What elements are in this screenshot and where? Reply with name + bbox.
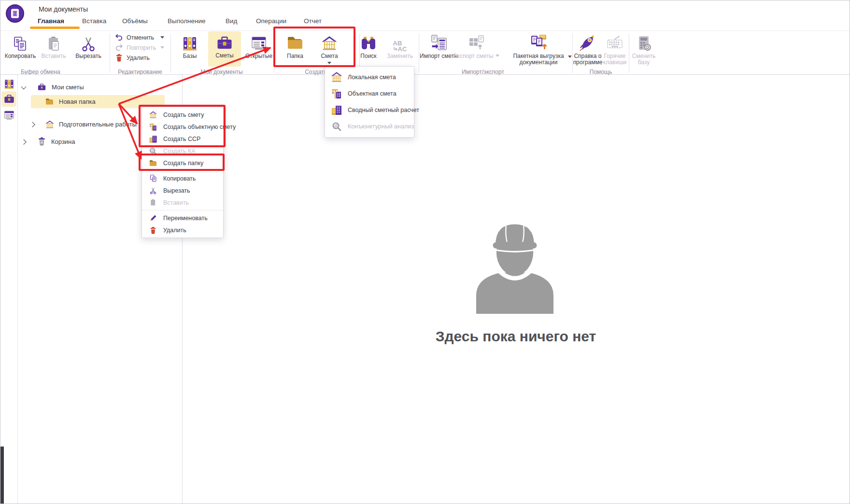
estimates-button[interactable]: Сметы (208, 31, 241, 67)
ribbon-divider (274, 33, 274, 73)
ribbon: Копировать Вставить Вырезать Буфер обмен… (0, 30, 850, 75)
create-estimate-dropdown: Локальная смета Объектная смета Сводный … (325, 66, 414, 138)
replace-button: AB AC Заменить (383, 32, 416, 59)
menu-separator (142, 210, 223, 210)
tab-operations[interactable]: Операции (256, 17, 286, 25)
paste-icon (45, 36, 62, 52)
calculator-refresh-icon (635, 35, 652, 52)
menu-item-create-ssr[interactable]: Создать ССР (142, 133, 223, 145)
ribbon-divider (110, 33, 110, 73)
tree-trash-icon (37, 137, 46, 146)
magnifier-icon (149, 147, 157, 155)
undo-button[interactable]: Отменить (114, 33, 164, 42)
paste-icon (149, 199, 157, 207)
replace-icon: AB AC (393, 41, 407, 52)
worker-silhouette-icon (471, 217, 559, 316)
redo-button: Повторить (114, 43, 164, 52)
tree-item-my-estimates[interactable]: Мои сметы (18, 81, 177, 94)
tree-house-icon (45, 120, 55, 129)
context-menu: Создать смету Создать объектную смету Со… (142, 107, 224, 238)
chevron-down-icon[interactable] (327, 62, 331, 66)
chevron-down-icon[interactable] (160, 36, 164, 41)
change-base-button: Сменить базу (625, 32, 662, 66)
dropdown-item-object-estimate[interactable]: Объектная смета (325, 85, 414, 102)
copy-button[interactable]: Копировать (4, 32, 37, 59)
spreadsheet-logo-icon (10, 8, 20, 19)
briefcase-icon (216, 34, 233, 52)
import-icon (430, 34, 448, 52)
strip-open-docs-button[interactable] (3, 109, 15, 122)
window-corner-strip (0, 447, 4, 504)
copy-icon (149, 174, 157, 182)
dropdown-item-local-estimate[interactable]: Локальная смета (325, 69, 414, 85)
batch-export-icon (529, 33, 548, 52)
tab-insert[interactable]: Вставка (82, 17, 106, 25)
window-title: Мои документы (39, 5, 88, 13)
tab-execution[interactable]: Выполнение (168, 17, 206, 25)
house-icon (149, 111, 157, 119)
app-logo[interactable] (6, 4, 24, 23)
redo-icon (115, 43, 123, 52)
buildings-icon (149, 135, 157, 143)
open-docs-button[interactable]: Открытые (242, 32, 275, 59)
open-docs-icon (3, 110, 15, 121)
open-docs-icon (250, 35, 268, 52)
strip-estimates-button[interactable] (1, 91, 16, 107)
group-label-mydocs: Мои документы (178, 69, 265, 75)
group-label-help: Помощь (557, 69, 644, 75)
buildings-icon (331, 104, 342, 116)
tab-volumes[interactable]: Объёмы (122, 17, 148, 25)
keyboard-icon (606, 34, 624, 52)
tree-folder-icon (45, 97, 54, 106)
rocket-icon (579, 34, 597, 52)
paste-button: Вставить (37, 32, 70, 59)
ribbon-divider (170, 33, 171, 73)
menu-item-delete[interactable]: Удалить (142, 224, 223, 236)
menu-item-create-ka: Создать КА (142, 145, 223, 157)
delete-button[interactable]: Удалить (114, 53, 164, 62)
menu-item-paste: Вставить (142, 196, 223, 209)
briefcase-icon (3, 93, 15, 105)
building-crane-icon (331, 88, 342, 99)
tab-home[interactable]: Главная (38, 17, 64, 25)
bases-books-icon (3, 78, 15, 90)
editing-group: Отменить Повторить Удалить (114, 33, 164, 63)
scissors-icon (80, 36, 97, 52)
create-folder-button[interactable]: Папка (279, 32, 312, 59)
folder-icon (286, 34, 304, 52)
cut-button[interactable]: Вырезать (72, 32, 105, 59)
create-estimate-button[interactable]: Смета (313, 32, 346, 65)
bases-button[interactable]: Базы (173, 32, 206, 59)
menu-item-cut[interactable]: Вырезать (142, 184, 223, 196)
strip-bases-button[interactable] (3, 78, 15, 90)
menu-item-copy[interactable]: Копировать (142, 172, 223, 184)
chevron-right-icon[interactable] (29, 122, 35, 127)
chevron-down-icon (160, 46, 164, 51)
scissors-icon (149, 187, 157, 195)
active-tab-underline (30, 27, 80, 29)
chevron-right-icon[interactable] (21, 139, 26, 144)
tree-briefcase-icon (37, 83, 46, 92)
search-button[interactable]: Поиск (352, 32, 385, 59)
trash-icon (115, 54, 123, 62)
tab-view[interactable]: Вид (226, 17, 237, 25)
menu-item-create-estimate[interactable]: Создать смету (142, 109, 223, 121)
folder-icon (149, 159, 157, 168)
bases-books-icon (181, 35, 198, 52)
dropdown-item-market-analysis: Конъюнктурный анализ (325, 118, 414, 135)
dropdown-item-summary-calculation[interactable]: Сводный сметный расчет (325, 102, 414, 118)
building-crane-icon (149, 123, 157, 131)
tab-report[interactable]: Отчет (304, 17, 322, 25)
menu-item-rename[interactable]: Переименовать (142, 212, 223, 224)
group-label-clipboard: Буфер обмена (0, 69, 84, 75)
pencil-icon (149, 214, 157, 222)
menu-item-create-folder[interactable]: Создать папку (142, 157, 223, 169)
export-icon (467, 34, 485, 52)
chevron-down-icon (496, 55, 499, 59)
trash-icon (149, 226, 157, 234)
batch-export-button[interactable]: Пакетная выгрузка документации (507, 32, 570, 66)
menu-item-create-object-estimate[interactable]: Создать объектную смету (142, 121, 223, 133)
tree-item-new-folder[interactable]: Новая папка (18, 95, 177, 108)
menu-separator (142, 170, 223, 171)
chevron-down-icon[interactable] (21, 84, 26, 89)
